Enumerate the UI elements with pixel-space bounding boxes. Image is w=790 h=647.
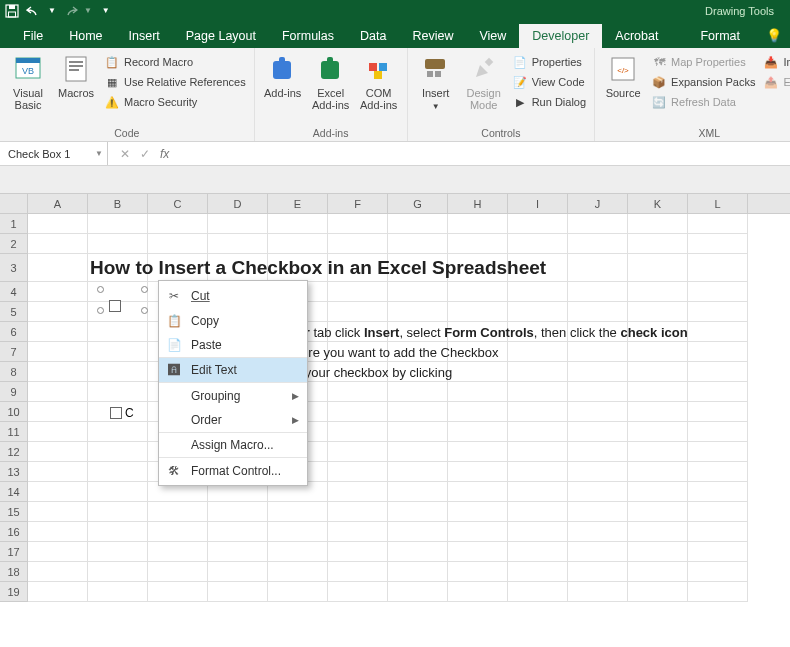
svg-rect-19 [435, 71, 441, 77]
tab-acrobat[interactable]: Acrobat [602, 24, 671, 48]
tab-page-layout[interactable]: Page Layout [173, 24, 269, 48]
export-button[interactable]: 📤Export [761, 73, 790, 91]
row-header[interactable]: 15 [0, 502, 27, 522]
com-addins-button[interactable]: COM Add-ins [357, 51, 401, 111]
tab-insert[interactable]: Insert [116, 24, 173, 48]
export-icon: 📤 [763, 74, 779, 90]
col-header[interactable]: D [208, 194, 268, 213]
formula-bar-input[interactable] [0, 166, 790, 194]
use-relative-button[interactable]: ▦Use Relative References [102, 73, 248, 91]
row-header[interactable]: 12 [0, 442, 27, 462]
row-header[interactable]: 3 [0, 254, 27, 282]
record-macro-button[interactable]: 📋Record Macro [102, 53, 248, 71]
row-header[interactable]: 8 [0, 362, 27, 382]
row-header[interactable]: 17 [0, 542, 27, 562]
qat-customize-icon[interactable]: ▼ [102, 6, 110, 15]
svg-rect-8 [69, 65, 83, 67]
col-header[interactable]: L [688, 194, 748, 213]
cells-area[interactable]: How to Insert a Checkbox in an Excel Spr… [28, 214, 790, 602]
cancel-icon[interactable]: ✕ [120, 147, 130, 161]
col-header[interactable]: H [448, 194, 508, 213]
context-menu-format-control[interactable]: 🛠 Format Control... [159, 458, 307, 483]
col-header[interactable]: B [88, 194, 148, 213]
design-mode-button[interactable]: Design Mode [462, 51, 506, 111]
context-menu-order[interactable]: Order ▶ [159, 408, 307, 433]
col-header[interactable]: C [148, 194, 208, 213]
row-headers: 1 2 3 4 5 6 7 8 9 10 11 12 13 14 15 16 1… [0, 214, 28, 602]
col-header[interactable]: K [628, 194, 688, 213]
row-header[interactable]: 7 [0, 342, 27, 362]
row-header[interactable]: 19 [0, 582, 27, 602]
macro-security-button[interactable]: ⚠️Macro Security [102, 93, 248, 111]
row-header[interactable]: 10 [0, 402, 27, 422]
tab-data[interactable]: Data [347, 24, 399, 48]
redo-dropdown-icon[interactable]: ▼ [84, 6, 92, 15]
row-header[interactable]: 13 [0, 462, 27, 482]
save-icon[interactable] [4, 3, 20, 19]
view-code-icon: 📝 [512, 74, 528, 90]
row-header[interactable]: 11 [0, 422, 27, 442]
record-macro-icon: 📋 [104, 54, 120, 70]
ribbon-group-code: VB Visual Basic Macros 📋Record Macro ▦Us… [0, 48, 255, 141]
chevron-down-icon[interactable]: ▼ [95, 149, 103, 158]
undo-icon[interactable] [26, 3, 42, 19]
excel-addins-button[interactable]: Excel Add-ins [309, 51, 353, 111]
context-menu-cut[interactable]: ✂ Cut [159, 283, 307, 308]
tab-format[interactable]: Format [687, 24, 758, 48]
context-menu-assign-macro[interactable]: Assign Macro... [159, 433, 307, 458]
tab-file[interactable]: File [10, 24, 56, 48]
xml-source-icon: </> [607, 53, 639, 85]
tab-home[interactable]: Home [56, 24, 115, 48]
enter-icon[interactable]: ✓ [140, 147, 150, 161]
view-code-button[interactable]: 📝View Code [510, 73, 588, 91]
row-header[interactable]: 2 [0, 234, 27, 254]
context-menu-grouping[interactable]: Grouping ▶ [159, 383, 307, 408]
ribbon-group-controls: Insert▼ Design Mode 📄Properties 📝View Co… [408, 48, 595, 141]
row-header[interactable]: 5 [0, 302, 27, 322]
xml-source-button[interactable]: </> Source [601, 51, 645, 99]
col-header[interactable]: G [388, 194, 448, 213]
col-header[interactable]: A [28, 194, 88, 213]
redo-icon[interactable] [62, 3, 78, 19]
svg-rect-12 [321, 61, 339, 79]
addins-button[interactable]: Add-ins [261, 51, 305, 99]
row-header[interactable]: 16 [0, 522, 27, 542]
checkbox-icon [109, 300, 121, 312]
row-header[interactable]: 18 [0, 562, 27, 582]
row-header[interactable]: 6 [0, 322, 27, 342]
row-header[interactable]: 4 [0, 282, 27, 302]
name-box[interactable]: Check Box 1 ▼ [0, 142, 108, 165]
context-menu: ✂ Cut 📋 Copy 📄 Paste 🅰 Edit Text G [158, 280, 308, 486]
row-header[interactable]: 14 [0, 482, 27, 502]
fx-icon[interactable]: fx [160, 147, 169, 161]
controls-insert-button[interactable]: Insert▼ [414, 51, 458, 113]
form-checkbox[interactable]: C [110, 406, 134, 420]
map-properties-button[interactable]: 🗺Map Properties [649, 53, 757, 71]
select-all-corner[interactable] [0, 194, 28, 213]
undo-dropdown-icon[interactable]: ▼ [48, 6, 56, 15]
tab-view[interactable]: View [466, 24, 519, 48]
context-menu-copy[interactable]: 📋 Copy [159, 308, 307, 333]
row-header[interactable]: 1 [0, 214, 27, 234]
svg-rect-11 [279, 57, 285, 63]
expansion-packs-button[interactable]: 📦Expansion Packs [649, 73, 757, 91]
col-header[interactable]: I [508, 194, 568, 213]
refresh-data-button[interactable]: 🔄Refresh Data [649, 93, 757, 111]
run-dialog-button[interactable]: ▶Run Dialog [510, 93, 588, 111]
tab-review[interactable]: Review [399, 24, 466, 48]
macros-button[interactable]: Macros [54, 51, 98, 99]
paste-icon: 📄 [165, 336, 183, 354]
col-header[interactable]: F [328, 194, 388, 213]
tab-formulas[interactable]: Formulas [269, 24, 347, 48]
col-header[interactable]: E [268, 194, 328, 213]
tab-developer[interactable]: Developer [519, 24, 602, 48]
tell-me-icon[interactable]: 💡 [758, 23, 790, 48]
context-menu-paste[interactable]: 📄 Paste [159, 333, 307, 358]
row-header[interactable]: 9 [0, 382, 27, 402]
import-button[interactable]: 📥Import [761, 53, 790, 71]
visual-basic-button[interactable]: VB Visual Basic [6, 51, 50, 111]
macros-icon [60, 53, 92, 85]
context-menu-edit-text[interactable]: 🅰 Edit Text [159, 358, 307, 383]
properties-button[interactable]: 📄Properties [510, 53, 588, 71]
col-header[interactable]: J [568, 194, 628, 213]
